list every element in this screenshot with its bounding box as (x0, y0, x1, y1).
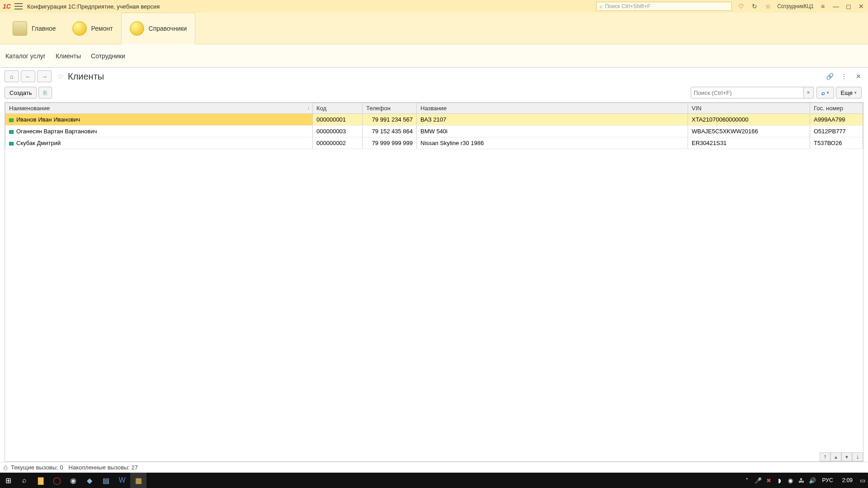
tray-discord-icon[interactable]: ◗ (774, 477, 785, 484)
page-title: Клиенты (68, 71, 104, 82)
taskbar-1c[interactable]: ▦ (130, 473, 146, 488)
scroll-down-button[interactable]: ▼ (841, 452, 852, 461)
record-icon (9, 130, 14, 134)
col-header-vin[interactable]: VIN (688, 103, 810, 114)
favorite-star-icon[interactable]: ☆ (57, 71, 64, 81)
global-search-input[interactable]: ⌕ Поиск Ctrl+Shift+F (596, 2, 732, 11)
status-current-calls: Текущие вызовы: 0 (11, 464, 63, 471)
main-section-icon (13, 21, 27, 36)
tray-mic-icon[interactable]: 🎤 (753, 477, 764, 484)
list-filter-input[interactable] (691, 87, 804, 99)
record-icon (9, 118, 14, 122)
taskbar-search-button[interactable]: ⌕ (16, 473, 33, 488)
favorites-icon[interactable]: ☆ (764, 3, 773, 10)
page-menu-icon[interactable]: ⋮ (839, 73, 849, 80)
taskbar-steam[interactable]: ◉ (65, 473, 81, 488)
tray-notifications-icon[interactable]: ▭ (857, 477, 868, 484)
filter-clear-button[interactable]: × (804, 87, 814, 99)
notifications-icon[interactable]: ♡ (736, 3, 745, 10)
clients-table: Наименование↓ Код Телефон Название VIN Г… (5, 102, 863, 462)
col-header-phone[interactable]: Телефон (363, 103, 417, 114)
submenu-catalog[interactable]: Каталог услуг (5, 52, 46, 60)
search-dropdown-button[interactable]: ⌕▾ (816, 87, 834, 99)
table-row[interactable]: Скубак Дмитрий 000000002 79 999 999 999 … (5, 137, 863, 149)
tray-clock[interactable]: 2:09 (842, 477, 853, 483)
tray-network-icon[interactable]: 🖧 (796, 477, 807, 484)
status-icon: ⎙ (4, 464, 7, 471)
settings-icon[interactable]: ≡ (818, 3, 827, 10)
search-icon: ⌕ (599, 3, 603, 9)
section-main-label: Главное (32, 25, 56, 32)
taskbar-app1[interactable]: ◆ (81, 473, 98, 488)
link-icon[interactable]: 🔗 (825, 73, 835, 80)
more-button[interactable]: Еще▾ (836, 87, 862, 99)
copy-icon: ⎘ (43, 89, 47, 96)
tray-security-icon[interactable]: ✖ (764, 477, 774, 484)
taskbar-explorer[interactable]: ▇ (33, 473, 49, 488)
taskbar-word[interactable]: W (114, 473, 130, 488)
sort-asc-icon: ↓ (307, 105, 310, 110)
home-button[interactable]: ⌂ (5, 70, 19, 82)
col-header-code[interactable]: Код (313, 103, 363, 114)
status-queued-calls: Накопленные вызовы: 27 (69, 464, 138, 471)
search-placeholder: Поиск Ctrl+Shift+F (605, 3, 651, 9)
scroll-bottom-button[interactable]: ⤓ (852, 452, 863, 461)
table-row[interactable]: Иванов Иван Иванович 000000001 79 991 23… (5, 114, 863, 126)
copy-button[interactable]: ⎘ (38, 87, 52, 99)
repair-section-icon (72, 21, 87, 36)
main-menu-icon[interactable] (14, 3, 23, 9)
search-icon: ⌕ (821, 89, 825, 96)
taskbar-app2[interactable]: ▤ (98, 473, 114, 488)
taskbar-opera[interactable]: ◯ (49, 473, 65, 488)
section-repair[interactable]: Ремонт (64, 13, 121, 44)
scroll-up-button[interactable]: ▲ (830, 452, 841, 461)
submenu-clients[interactable]: Клиенты (56, 52, 81, 60)
scroll-top-button[interactable]: ⤒ (820, 452, 830, 461)
submenu-employees[interactable]: Сотрудники (91, 52, 125, 60)
section-repair-label: Ремонт (91, 25, 113, 32)
col-header-name[interactable]: Наименование↓ (5, 103, 313, 114)
col-header-carname[interactable]: Название (417, 103, 688, 114)
section-main[interactable]: Главное (5, 13, 64, 44)
minimize-button[interactable]: — (832, 3, 840, 10)
section-refs[interactable]: Справочники (121, 13, 196, 44)
page-close-icon[interactable]: ✕ (854, 73, 863, 80)
create-button[interactable]: Создать (5, 87, 37, 99)
table-row[interactable]: Оганесян Вартан Вартанович 000000003 79 … (5, 126, 863, 137)
record-icon (9, 142, 14, 145)
current-user-label: СотрудникКЦ1 (777, 3, 814, 9)
refs-section-icon (130, 21, 144, 36)
history-icon[interactable]: ↻ (750, 3, 759, 10)
section-refs-label: Справочники (149, 25, 187, 32)
tray-volume-icon[interactable]: 🔊 (807, 477, 818, 484)
close-button[interactable]: ✕ (857, 3, 865, 10)
windows-start-button[interactable]: ⊞ (0, 473, 16, 488)
col-header-plate[interactable]: Гос. номер (810, 103, 863, 114)
window-title: Конфигурация 1С:Предприятие, учебная вер… (27, 3, 160, 10)
table-empty-area (5, 149, 863, 461)
tray-language[interactable]: РУС (822, 477, 833, 483)
maximize-button[interactable]: ◻ (844, 3, 853, 10)
back-button[interactable]: ← (21, 70, 35, 82)
tray-expand-icon[interactable]: ˄ (742, 477, 753, 484)
forward-button[interactable]: → (37, 70, 52, 82)
tray-steam-icon[interactable]: ◉ (785, 477, 796, 484)
app-logo: 1C (3, 3, 11, 10)
